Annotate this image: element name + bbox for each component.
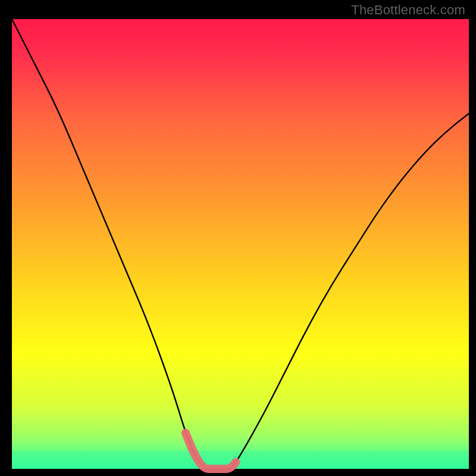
- bottleneck-chart: [0, 0, 476, 476]
- plot-area: [12, 19, 469, 469]
- chart-frame: TheBottleneck.com: [0, 0, 476, 476]
